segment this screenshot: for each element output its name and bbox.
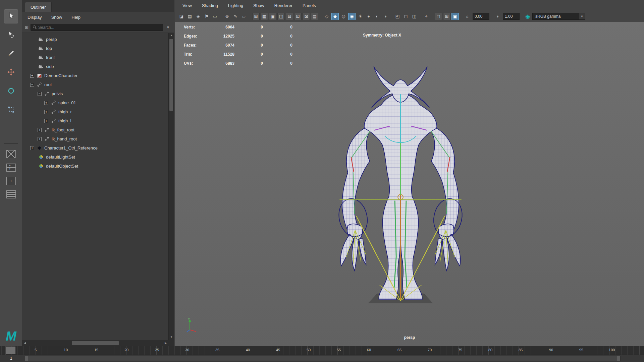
axis-gizmo[interactable]: y — [184, 316, 199, 335]
lights-icon[interactable]: ☀ — [357, 13, 364, 20]
expand-toggle[interactable]: + — [44, 119, 48, 123]
expand-toggle[interactable]: + — [44, 101, 48, 105]
outliner-item-defaultlightset[interactable]: defaultLightSet — [22, 153, 174, 162]
menu-help[interactable]: Help — [71, 15, 80, 20]
bookmark-icon[interactable]: ⚑ — [203, 13, 210, 20]
vertical-scrollbar[interactable]: ▲ ▼ — [168, 33, 174, 340]
paint-select-tool-button[interactable] — [4, 47, 18, 61]
viewport-canvas[interactable]: Verts: 6004 0 0 Edges: 12025 0 0 Faces: … — [175, 22, 644, 346]
grease-pencil-icon[interactable]: ✎ — [232, 13, 239, 20]
collapse-toggle[interactable]: − — [38, 92, 42, 96]
outliner-tab[interactable]: Outliner — [25, 2, 52, 12]
use-default-material-icon[interactable]: ◎ — [340, 13, 347, 20]
outliner-item-pelvis[interactable]: − pelvis — [22, 89, 174, 98]
grid-icon[interactable]: ⊞ — [252, 13, 260, 20]
outliner-item-front[interactable]: front — [22, 53, 174, 62]
menu-display[interactable]: Display — [28, 15, 42, 20]
color-space-dropdown[interactable]: sRGB gamma ▼ — [532, 13, 585, 20]
scroll-down-icon[interactable]: ▼ — [169, 335, 174, 340]
menu-panels[interactable]: Panels — [303, 3, 316, 8]
pane-four-icon[interactable]: ⊞ — [443, 13, 450, 20]
pane-stack-layout-icon[interactable] — [6, 164, 16, 172]
expand-toggle[interactable]: + — [38, 128, 42, 132]
outliner-item-defaultobjectset[interactable]: defaultObjectSet — [22, 162, 174, 171]
safe-action-icon[interactable]: ⊡ — [294, 13, 302, 20]
time-slider[interactable]: 5 10 15 20 25 30 35 40 45 50 55 60 65 70… — [0, 346, 644, 355]
pane-single-icon[interactable]: ◻ — [435, 13, 442, 20]
outliner-item-top[interactable]: top — [22, 44, 174, 53]
chevron-down-icon[interactable]: ▼ — [579, 13, 585, 19]
xray-icon[interactable]: ◻ — [402, 13, 410, 20]
chevron-down-icon[interactable]: ▼ — [165, 25, 171, 29]
demon-character-model[interactable] — [319, 56, 485, 307]
scroll-right-icon[interactable]: ▶ — [163, 340, 168, 346]
smooth-shade-icon[interactable]: ◆ — [331, 13, 339, 20]
pan-zoom-icon[interactable]: ⊕ — [223, 13, 231, 20]
field-chart-icon[interactable]: ⊟ — [286, 13, 293, 20]
search-input[interactable] — [31, 24, 163, 31]
four-view-layout-icon[interactable] — [6, 150, 16, 158]
scroll-up-icon[interactable]: ▲ — [169, 33, 174, 38]
image-plane-icon[interactable]: ▭ — [211, 13, 219, 20]
exposure-field[interactable] — [473, 13, 489, 20]
outliner-item-side[interactable]: side — [22, 62, 174, 71]
film-gate-icon[interactable]: ▦ — [261, 13, 268, 20]
occlusion-icon[interactable]: ◐ — [373, 13, 381, 20]
expand-toggle[interactable]: + — [38, 137, 42, 141]
menu-lighting[interactable]: Lighting — [228, 3, 244, 8]
outliner-item-thigh-r[interactable]: + thigh_r — [22, 107, 174, 116]
horizontal-scrollbar-thumb[interactable] — [72, 341, 119, 345]
hud-toggle-icon[interactable]: ▤ — [311, 13, 318, 20]
current-frame-indicator[interactable] — [6, 347, 15, 354]
horizontal-scrollbar[interactable]: ◀ ▶ — [22, 340, 174, 346]
vertical-scrollbar-thumb[interactable] — [169, 39, 173, 111]
isolate-select-icon[interactable]: ◰ — [394, 13, 401, 20]
lasso-tool-button[interactable] — [4, 28, 18, 42]
move-tool-button[interactable] — [4, 66, 18, 80]
clapperboard-icon[interactable]: ◪ — [178, 13, 185, 20]
pane-active-icon[interactable]: ▣ — [451, 13, 459, 20]
expand-toggle[interactable]: + — [44, 110, 48, 114]
camera-attributes-icon[interactable]: ▤ — [186, 13, 194, 20]
outliner-item-character1-ctrl-reference[interactable]: + ✱ Character1_Ctrl_Reference — [22, 143, 174, 153]
collapse-toggle[interactable]: − — [30, 83, 34, 87]
range-bar[interactable] — [25, 356, 621, 361]
outliner-item-ik-foot-root[interactable]: + ik_foot_root — [22, 125, 174, 134]
outliner-item-ik-hand-root[interactable]: + ik_hand_root — [22, 134, 174, 143]
menu-show[interactable]: Show — [253, 3, 264, 8]
pane-plus-layout-icon[interactable] — [6, 177, 16, 185]
safe-title-icon[interactable]: ⊠ — [303, 13, 310, 20]
motion-blur-icon[interactable]: ◑ — [382, 13, 389, 20]
expand-toggle[interactable]: + — [30, 146, 34, 150]
select-tool-button[interactable] — [4, 9, 18, 23]
measure-icon[interactable]: ▱ — [240, 13, 248, 20]
snap-select-icon[interactable]: ⌖ — [423, 13, 430, 20]
gamma-field[interactable] — [503, 13, 520, 20]
menu-shading[interactable]: Shading — [202, 3, 218, 8]
scroll-left-icon[interactable]: ◀ — [22, 340, 28, 346]
outliner-item-spine-01[interactable]: + spine_01 — [22, 98, 174, 107]
range-handle-right[interactable] — [617, 356, 620, 361]
gate-mask-icon[interactable]: ◫ — [277, 13, 285, 20]
outliner-item-root[interactable]: − root — [22, 80, 174, 89]
wireframe-icon[interactable]: ◇ — [323, 13, 330, 20]
shadows-icon[interactable]: ● — [365, 13, 372, 20]
menu-view[interactable]: View — [182, 3, 192, 8]
outliner-panel-layout-icon[interactable] — [6, 190, 16, 198]
filter-icon[interactable]: ⊞ — [25, 25, 29, 30]
exposure-icon[interactable]: ☼ — [464, 13, 471, 20]
xray-joints-icon[interactable]: ◫ — [411, 13, 418, 20]
outliner-item-demoncharacter[interactable]: + DemonCharacter — [22, 71, 174, 80]
scale-tool-button[interactable] — [4, 103, 18, 117]
menu-renderer[interactable]: Renderer — [274, 3, 292, 8]
gamma-icon[interactable]: ◑ — [494, 13, 501, 20]
outliner-item-thigh-l[interactable]: + thigh_l — [22, 116, 174, 125]
range-slider[interactable]: 1 — [0, 355, 644, 362]
view-transform-icon[interactable]: ◉ — [524, 13, 531, 20]
outliner-item-persp[interactable]: persp — [22, 35, 174, 44]
menu-show[interactable]: Show — [51, 15, 62, 20]
camera-lock-icon[interactable]: ◈ — [195, 13, 202, 20]
rotate-tool-button[interactable] — [4, 84, 18, 99]
textured-icon[interactable]: ◉ — [348, 13, 356, 20]
expand-toggle[interactable]: + — [30, 74, 34, 78]
